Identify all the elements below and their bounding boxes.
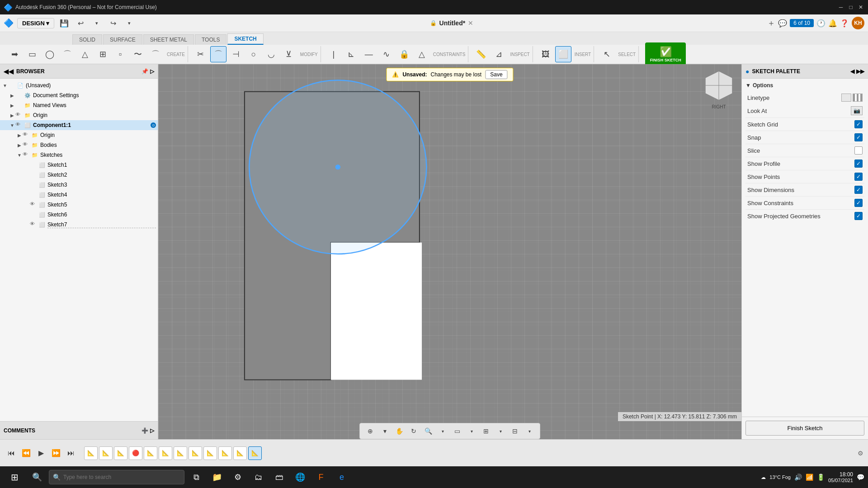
view-options-button[interactable]: ⊟ xyxy=(509,425,521,437)
fillet2-tool[interactable]: ⊻ xyxy=(281,46,297,62)
notification-panel-icon[interactable]: 💬 xyxy=(857,474,864,481)
palette-expand-right[interactable]: ▶▶ xyxy=(856,68,864,75)
triangle-tool[interactable]: △ xyxy=(77,46,93,62)
inspect-tool2[interactable]: ⊿ xyxy=(491,46,507,62)
timeline-item-0[interactable]: 📐 xyxy=(84,446,98,460)
minimize-button[interactable]: ─ xyxy=(837,4,844,11)
checkbox-3[interactable]: ✓ xyxy=(854,133,863,141)
eye-icon-4[interactable]: 👁 xyxy=(15,122,23,129)
step-back-button[interactable]: ⏪ xyxy=(19,446,33,460)
tree-arrow-0[interactable]: ▼ xyxy=(2,83,8,88)
home-view-button[interactable]: ⊕ xyxy=(364,425,376,437)
tree-arrow-4[interactable]: ▼ xyxy=(9,123,15,128)
search-input[interactable] xyxy=(63,474,180,480)
checkbox-9[interactable]: ✓ xyxy=(854,212,863,220)
timeline-item-4[interactable]: 📐 xyxy=(144,446,157,460)
tree-arrow-2[interactable]: ▶ xyxy=(9,103,15,108)
sketch-insert[interactable]: ⬜ xyxy=(555,46,571,62)
perp-tool[interactable]: ⊾ xyxy=(343,46,359,62)
tree-item-12[interactable]: 👁⬜Sketch5 xyxy=(0,200,158,210)
timeline-item-2[interactable]: 📐 xyxy=(114,446,127,460)
tree-item-1[interactable]: ▶👁⚙️Document Settings xyxy=(0,90,158,100)
tree-item-6[interactable]: ▶👁📁Bodies xyxy=(0,140,158,150)
finish-sketch-button[interactable]: Finish Sketch xyxy=(745,421,864,436)
comments-expand-icon[interactable]: ▷ xyxy=(150,427,154,434)
fillet-tool[interactable]: ◡ xyxy=(263,46,279,62)
archive-icon[interactable]: 🗃 xyxy=(270,466,288,488)
settings-icon[interactable]: ⚙ xyxy=(229,466,247,488)
play-button[interactable]: ▶ xyxy=(34,446,48,460)
tree-item-3[interactable]: ▶👁📁Origin xyxy=(0,110,158,120)
circle-tool[interactable]: ◯ xyxy=(42,46,58,62)
point-tool[interactable]: ▫ xyxy=(112,46,128,62)
view-options-arrow[interactable]: ▾ xyxy=(524,425,535,437)
tree-item-2[interactable]: ▶👁📁Named Views xyxy=(0,100,158,110)
timeline-item-10[interactable]: 📐 xyxy=(233,446,247,460)
horizontal-tool[interactable]: — xyxy=(361,46,377,62)
timeline-item-1[interactable]: 📐 xyxy=(99,446,113,460)
eye-icon-14[interactable]: 👁 xyxy=(30,221,37,228)
tab-sketch[interactable]: SKETCH xyxy=(227,33,263,45)
network-icon[interactable]: 📶 xyxy=(806,474,813,481)
step-forward-button[interactable]: ⏩ xyxy=(49,446,63,460)
start-button[interactable]: ⊞ xyxy=(4,466,25,488)
viewcube[interactable]: RIGHT xyxy=(701,69,737,105)
close-button[interactable]: ✕ xyxy=(857,4,864,11)
arc-tool[interactable]: ⌒ xyxy=(59,46,75,62)
zoom-arrow[interactable]: ▾ xyxy=(437,425,448,437)
image-insert[interactable]: 🖼 xyxy=(538,46,554,62)
comments-add-icon[interactable]: ➕ xyxy=(142,427,148,434)
tree-arrow-5[interactable]: ▶ xyxy=(16,133,23,138)
tree-item-0[interactable]: ▼👁📄(Unsaved) xyxy=(0,80,158,90)
browser-collapse-icon[interactable]: ◀◀ xyxy=(4,68,14,75)
timeline-item-3[interactable]: 🔴 xyxy=(129,446,142,460)
eye-icon-3[interactable]: 👁 xyxy=(15,112,23,119)
notification-icon[interactable]: 🔔 xyxy=(828,19,837,28)
message-icon[interactable]: 💬 xyxy=(778,19,787,28)
orbit-button[interactable]: ↻ xyxy=(408,425,420,437)
tree-item-4[interactable]: ▼👁⬜Component1:1⊙ xyxy=(0,120,158,130)
tree-item-11[interactable]: 👁⬜Sketch4 xyxy=(0,190,158,200)
eye-icon-6[interactable]: 👁 xyxy=(23,141,30,149)
app-icon-e[interactable]: e xyxy=(333,466,351,488)
trim-tool[interactable]: ✂ xyxy=(193,46,209,62)
chrome-icon[interactable]: 🌐 xyxy=(291,466,309,488)
line-tool[interactable]: ➡ xyxy=(6,46,23,62)
grid-arrow[interactable]: ▾ xyxy=(495,425,506,437)
polygon-tool[interactable]: ⊞ xyxy=(94,46,111,62)
tree-item-13[interactable]: 👁⬜Sketch6 xyxy=(0,210,158,220)
mirror-tool[interactable]: ⊣ xyxy=(228,46,244,62)
tree-item-5[interactable]: ▶👁📁Origin xyxy=(0,130,158,140)
fit-button[interactable]: ▾ xyxy=(379,425,391,437)
undo-arrow[interactable]: ▾ xyxy=(90,17,103,29)
save-button[interactable]: Save xyxy=(485,70,507,79)
zoom-button[interactable]: 🔍 xyxy=(422,425,434,437)
display-arrow[interactable]: ▾ xyxy=(466,425,477,437)
rectangle-tool[interactable]: ▭ xyxy=(24,46,40,62)
tree-item-7[interactable]: ▼👁📁Sketches xyxy=(0,150,158,160)
timeline-item-11[interactable]: 📐 xyxy=(248,446,262,460)
tab-surface[interactable]: SURFACE xyxy=(103,34,142,45)
pan-button[interactable]: ✋ xyxy=(393,425,405,437)
tree-arrow-6[interactable]: ▶ xyxy=(16,143,23,148)
browser-pin-icon[interactable]: 📌 xyxy=(142,68,148,75)
tree-item-10[interactable]: 👁⬜Sketch3 xyxy=(0,180,158,190)
file-explorer-icon[interactable]: 📁 xyxy=(208,466,226,488)
fix-tool[interactable]: | xyxy=(326,46,342,62)
palette-collapse-left[interactable]: ◀ xyxy=(850,68,854,75)
user-avatar[interactable]: KH xyxy=(852,17,864,29)
measure-tool[interactable]: 📏 xyxy=(473,46,489,62)
checkbox-2[interactable]: ✓ xyxy=(854,120,863,128)
tab-tools[interactable]: TOOLS xyxy=(195,34,226,45)
folder-icon[interactable]: 🗂 xyxy=(250,466,268,488)
timeline-item-8[interactable]: 📐 xyxy=(203,446,217,460)
timeline-item-5[interactable]: 📐 xyxy=(159,446,172,460)
linetype-solid[interactable] xyxy=(841,94,851,102)
eye-icon-7[interactable]: 👁 xyxy=(23,151,30,159)
tree-arrow-1[interactable]: ▶ xyxy=(9,93,15,98)
design-dropdown[interactable]: CREATE DESIGN ▾ xyxy=(17,18,54,28)
eye-icon-5[interactable]: 👁 xyxy=(23,131,30,139)
select-tool[interactable]: ↖ xyxy=(599,46,615,62)
counter-badge[interactable]: 6 of 10 xyxy=(790,19,814,27)
checkbox-5[interactable]: ✓ xyxy=(854,160,863,168)
